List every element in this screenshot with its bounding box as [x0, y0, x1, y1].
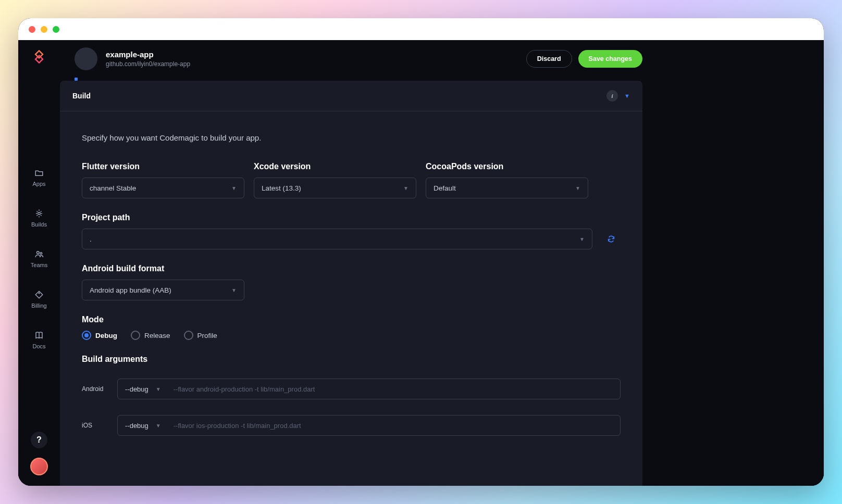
mode-radio-release[interactable]: Release [131, 331, 170, 340]
sidebar-item-teams[interactable]: Teams [31, 249, 47, 268]
window-titlebar [18, 18, 824, 40]
project-path-select[interactable]: . ▼ [82, 229, 592, 249]
build-argument-input-ios[interactable]: --debug ▼ --flavor ios-production -t lib… [117, 415, 621, 436]
arg-placeholder: --flavor ios-production -t lib/main_prod… [174, 422, 613, 430]
sidebar-item-label: Builds [31, 221, 47, 228]
app-repo-path: github.com/ilyin0/example-app [106, 60, 518, 68]
app-title: example-app [106, 50, 518, 59]
cocoapods-version-select[interactable]: Default ▼ [426, 178, 588, 198]
folder-icon [34, 168, 44, 178]
radio-label: Profile [197, 332, 217, 339]
platform-label: iOS [82, 422, 108, 429]
collapse-toggle[interactable]: ▼ [624, 93, 630, 99]
sidebar-item-label: Billing [31, 303, 46, 309]
select-value: Default [434, 184, 575, 192]
panel-header: Build i ▼ [60, 81, 642, 111]
arg-placeholder: --flavor android-production -t lib/main_… [174, 385, 613, 393]
sidebar-item-label: Docs [32, 343, 45, 349]
build-arguments-label: Build arguments [82, 355, 621, 364]
sidebar-item-apps[interactable]: Apps [32, 168, 45, 187]
window-maximize-button[interactable] [53, 26, 59, 33]
mode-radio-debug[interactable]: Debug [82, 331, 117, 340]
chevron-down-icon: ▼ [575, 185, 580, 191]
main-content: example-app github.com/ilyin0/example-ap… [60, 40, 657, 486]
discard-button[interactable]: Discard [526, 50, 572, 68]
platform-label: Android [82, 385, 108, 393]
svg-point-3 [39, 293, 40, 294]
user-avatar[interactable] [30, 458, 48, 475]
select-value: channel Stable [90, 184, 231, 192]
sidebar-item-label: Teams [31, 262, 47, 268]
build-argument-row-android: Android --debug ▼ --flavor android-produ… [82, 379, 621, 399]
chevron-down-icon: ▼ [156, 423, 161, 429]
save-changes-button[interactable]: Save changes [578, 50, 642, 68]
flutter-version-select[interactable]: channel Stable ▼ [82, 178, 244, 198]
people-icon [34, 249, 44, 259]
build-argument-input-android[interactable]: --debug ▼ --flavor android-production -t… [117, 379, 621, 399]
window-minimize-button[interactable] [41, 26, 47, 33]
mode-radio-profile[interactable]: Profile [184, 331, 217, 340]
refresh-icon [607, 235, 615, 243]
xcode-version-label: Xcode version [254, 162, 416, 171]
android-build-format-select[interactable]: Android app bundle (AAB) ▼ [82, 280, 244, 300]
android-build-format-label: Android build format [82, 264, 244, 273]
flutter-version-label: Flutter version [82, 162, 244, 171]
info-button[interactable]: i [606, 90, 618, 102]
xcode-version-select[interactable]: Latest (13.3) ▼ [254, 178, 416, 198]
cocoapods-version-label: CocoaPods version [426, 162, 588, 171]
select-value: . [90, 235, 579, 243]
chevron-down-icon: ▼ [403, 185, 408, 191]
arg-mode-select[interactable]: --debug [125, 422, 148, 430]
build-argument-row-ios: iOS --debug ▼ --flavor ios-production -t… [82, 415, 621, 436]
select-value: Android app bundle (AAB) [90, 286, 231, 294]
panel-intro: Specify how you want Codemagic to build … [82, 133, 621, 142]
sidebar-item-docs[interactable]: Docs [32, 331, 45, 349]
gear-icon [34, 209, 44, 218]
tag-icon [34, 290, 44, 299]
page-header: example-app github.com/ilyin0/example-ap… [60, 40, 657, 78]
chevron-down-icon: ▼ [579, 236, 585, 242]
sidebar: Apps Builds Teams Billing Docs [18, 40, 60, 486]
right-pane [657, 40, 824, 486]
select-value: Latest (13.3) [262, 184, 403, 192]
project-path-label: Project path [82, 213, 621, 222]
build-panel: Build i ▼ Specify how you want Codemagic… [60, 81, 642, 486]
app-icon [75, 47, 97, 70]
chevron-down-icon: ▼ [231, 185, 237, 191]
sidebar-item-builds[interactable]: Builds [31, 209, 47, 228]
panel-body: Specify how you want Codemagic to build … [60, 111, 642, 486]
radio-label: Release [144, 332, 170, 339]
radio-icon [131, 331, 140, 340]
help-button[interactable]: ? [31, 432, 47, 448]
book-icon [34, 331, 44, 340]
radio-label: Debug [95, 332, 117, 339]
svg-point-2 [40, 253, 42, 255]
app-window: Apps Builds Teams Billing Docs [18, 18, 824, 486]
mode-label: Mode [82, 315, 621, 324]
window-close-button[interactable] [29, 26, 35, 33]
svg-point-1 [37, 251, 40, 254]
codemagic-logo-icon [32, 49, 46, 64]
svg-point-0 [38, 212, 41, 215]
panel-title: Build [72, 92, 606, 100]
chevron-down-icon: ▼ [231, 287, 237, 293]
mode-radio-group: Debug Release Profile [82, 331, 621, 340]
refresh-button[interactable] [602, 229, 621, 249]
arg-mode-select[interactable]: --debug [125, 385, 148, 393]
app-body: Apps Builds Teams Billing Docs [18, 40, 824, 486]
radio-icon [82, 331, 91, 340]
radio-icon [184, 331, 193, 340]
sidebar-item-billing[interactable]: Billing [31, 290, 46, 309]
sidebar-item-label: Apps [32, 181, 45, 187]
chevron-down-icon: ▼ [156, 386, 161, 392]
